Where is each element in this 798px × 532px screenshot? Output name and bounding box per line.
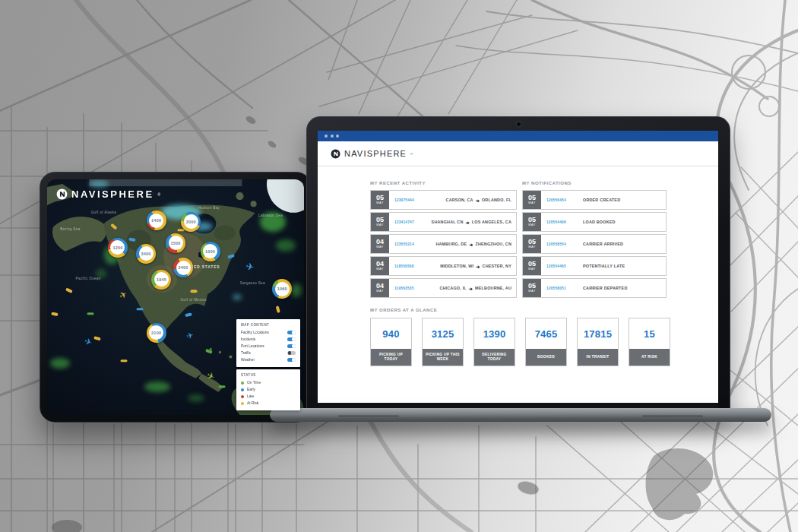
activity-row[interactable]: 04 MAY 118550508 MIDDLETON, WI ➔ CHESTER… [370,256,517,276]
status-dot [241,382,244,385]
status-row: At Risk [241,400,296,407]
order-number-link[interactable]: 123555214 [394,242,423,246]
map-cluster-marker[interactable]: 2000 [181,212,201,232]
notification-row[interactable]: 05 MAY 120554465 POTENTIALLY LATE [522,256,667,276]
vessel-icon[interactable] [87,312,94,315]
vessel-icon[interactable] [218,385,225,388]
notification-row[interactable]: 05 MAY 120558051 CARRIER DEPARTED [522,278,667,298]
status-label: Late [247,394,254,398]
glance-label: PICKING UP THIS WEEK [423,349,463,366]
glance-card[interactable]: 7465 BOOKED [525,318,567,366]
arrow-icon: ➔ [476,264,480,269]
laptop-device: NAVISPHERE® MY RECENT ACTIVITY MY NOTIFI… [306,116,730,416]
date-day: 05 [376,217,384,223]
map-cluster-marker[interactable]: 1200 [108,238,128,258]
status-title: STATUS [241,373,296,377]
activity-row[interactable]: 05 MAY 123414747 SHANGHAI, CN ➔ LOS ANGE… [370,212,517,232]
order-number-link[interactable]: 123414747 [394,220,423,224]
notification-row[interactable]: 05 MAY 120556454 ORDER CREATED [522,190,667,210]
order-number-link[interactable]: 123075444 [394,198,423,202]
map-cluster-marker[interactable]: 2400 [173,258,193,277]
activity-row[interactable]: 04 MAY 119563535 CHICAGO, IL ➔ MELBOURNE… [370,278,517,298]
glance-value: 15 [629,318,670,349]
date-badge: 05 MAY [523,235,541,253]
cluster-count: 2100 [151,331,161,335]
glance-card[interactable]: 15 AT RISK [629,318,670,366]
layer-toggle[interactable] [287,331,296,335]
glance-cards-row: 940 PICKING UP TODAY 3125 PICKING UP THI… [370,318,670,366]
glance-value: 17815 [578,318,618,349]
order-number-link[interactable]: 120558051 [546,287,575,290]
notification-row[interactable]: 05 MAY 120558554 CARRIER ARRIVED [522,234,667,254]
map-place-label: Gulf of Alaska [91,211,116,214]
order-number-link[interactable]: 120554406 [546,220,575,224]
map-cluster-marker[interactable]: 2100 [147,323,166,343]
glance-card[interactable]: 940 PICKING UP TODAY [370,318,412,366]
order-number-link[interactable]: 120556454 [546,198,575,202]
date-day: 05 [376,195,384,201]
route: SHANGHAI, CN ➔ LOS ANGELES, CA [423,213,516,231]
route: CARSON, CA ➔ ORLANDO, FL [423,191,516,209]
weather-radar-patch [276,239,296,252]
glance-label: BOOKED [526,349,566,366]
cluster-count: 3400 [141,252,151,256]
date-badge: 04 MAY [371,235,389,253]
window-control-dot[interactable] [325,135,328,138]
layer-toggle[interactable] [287,344,296,349]
activity-row[interactable]: 04 MAY 123555214 HAMBURG, DE ➔ ZHENGZHOU… [370,234,517,254]
map-layer-label: Weather [241,358,255,362]
date-day: 05 [528,195,536,201]
vessel-icon[interactable] [190,290,197,293]
vessel-icon[interactable] [136,308,143,311]
map-cluster-marker[interactable]: 1945 [151,270,171,290]
glance-label: IN TRANSIT [578,349,618,366]
map-cluster-marker[interactable]: 1400 [147,211,166,230]
notification-row[interactable]: 05 MAY 120554406 LOAD BOOKED [522,212,667,232]
toggle-knob [292,331,296,334]
route-destination: CHESTER, NY [483,264,511,268]
glance-card[interactable]: 1390 DELIVERING TODAY [473,318,515,366]
layer-toggle[interactable] [287,358,296,363]
vessel-icon[interactable] [177,229,184,232]
date-month: MAY [528,268,535,271]
order-number-link[interactable]: 118550508 [394,264,423,268]
date-badge: 05 MAY [523,257,541,275]
glance-card[interactable]: 3125 PICKING UP THIS WEEK [422,318,464,366]
map-cluster-marker[interactable]: 1500 [166,233,185,253]
status-row: On Time [241,379,296,386]
activity-row[interactable]: 05 MAY 123075444 CARSON, CA ➔ ORLANDO, F… [370,190,517,210]
layer-toggle[interactable] [287,337,296,342]
date-month: MAY [528,245,535,249]
cluster-count: 1000 [205,249,215,254]
glance-card[interactable]: 17815 IN TRANSIT [577,318,619,366]
route-origin: HAMBURG, DE [435,242,467,246]
window-control-dot[interactable] [336,135,339,138]
order-number-link[interactable]: 120554465 [546,264,575,268]
map-place-label: Bering Sea [60,227,80,231]
order-number-link[interactable]: 120558554 [546,242,575,246]
order-number-link[interactable]: 119563535 [394,287,423,290]
map-layer-row: Traffic [241,350,296,356]
map-cluster-marker[interactable]: 3400 [136,244,156,264]
glance-label: AT RISK [629,349,670,366]
route-origin: CARSON, CA [446,198,473,202]
map-view[interactable]: NAVISPHERE® MAP CONTENT Facility Locatio… [47,179,304,415]
date-day: 05 [528,261,536,268]
layer-toggle[interactable] [287,351,296,356]
airplane-icon[interactable]: ✈ [245,261,255,272]
cluster-count: 2400 [179,265,188,270]
notifications-list: 05 MAY 120556454 ORDER CREATED 05 MAY 12… [522,190,667,300]
cluster-count: 1200 [112,245,122,250]
map-place-label: Pacific Ocean [76,277,101,280]
date-month: MAY [376,223,383,227]
vessel-icon[interactable] [121,359,128,363]
route: CHICAGO, IL ➔ MELBOURNE, AU [423,279,516,297]
window-control-dot[interactable] [331,135,334,138]
map-cluster-marker[interactable]: 1060 [272,279,292,299]
brand-name: NAVISPHERE [344,149,407,158]
registered-mark: ® [158,192,161,197]
orders-glance-title: MY ORDERS AT A GLANCE [370,308,437,312]
route-destination: LOS ANGELES, CA [472,220,511,224]
map-cluster-marker[interactable]: 1000 [201,242,220,261]
tablet-device: NAVISPHERE® MAP CONTENT Facility Locatio… [40,172,312,423]
